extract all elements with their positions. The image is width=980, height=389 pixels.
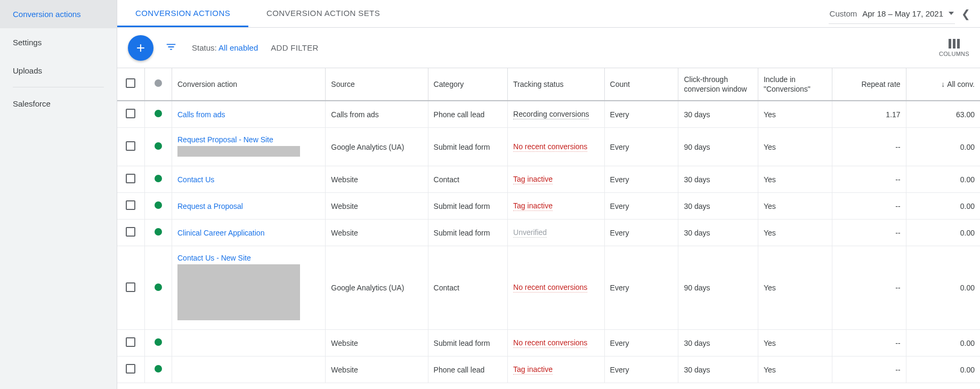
row-checkbox[interactable] [126, 109, 135, 118]
cell-include: Yes [758, 220, 832, 246]
col-header-source[interactable]: Source [326, 68, 428, 101]
cell-repeat: -- [832, 330, 906, 356]
cell-name [172, 330, 326, 356]
conversion-name-link[interactable]: Request a Proposal [177, 202, 243, 210]
cell-allconv: 0.00 [906, 356, 980, 383]
cell-source: Website [326, 220, 428, 246]
conversion-name-link[interactable]: Contact Us [177, 175, 214, 184]
cell-source: Google Analytics (UA) [326, 246, 428, 330]
chevron-down-icon[interactable] [949, 12, 954, 15]
status-filter[interactable]: Status: All enabled [192, 43, 258, 52]
tabs-row: CONVERSION ACTIONSCONVERSION ACTION SETS… [117, 0, 980, 28]
cell-count: Every [604, 330, 678, 356]
table-row: Calls from adsCalls from adsPhone call l… [117, 101, 980, 128]
cell-window: 30 days [678, 330, 758, 356]
col-header-all-conv[interactable]: ↓All conv. [906, 68, 980, 101]
sidebar: Conversion actionsSettingsUploadsSalesfo… [0, 0, 117, 389]
cell-repeat: -- [832, 356, 906, 383]
conversion-name-link[interactable]: Calls from ads [177, 110, 225, 119]
cell-name: Request Proposal - New Site [172, 128, 326, 166]
cell-repeat: -- [832, 220, 906, 246]
cell-include: Yes [758, 330, 832, 356]
cell-allconv: 0.00 [906, 166, 980, 193]
tab-conversion-actions[interactable]: CONVERSION ACTIONS [117, 0, 248, 27]
cell-allconv: 0.00 [906, 128, 980, 166]
cell-allconv: 0.00 [906, 330, 980, 356]
table-row: WebsiteSubmit lead formNo recent convers… [117, 330, 980, 356]
cell-category: Submit lead form [428, 128, 508, 166]
status-dot[interactable] [155, 365, 162, 372]
row-checkbox[interactable] [126, 364, 135, 374]
cell-name: Contact Us [172, 166, 326, 193]
row-checkbox[interactable] [126, 141, 135, 151]
cell-window: 30 days [678, 356, 758, 383]
table-row: Contact UsWebsiteContactTag inactiveEver… [117, 166, 980, 193]
conversion-name-link[interactable]: Contact Us - New Site [177, 254, 251, 262]
add-conversion-button[interactable]: + [128, 35, 153, 61]
status-prefix: Status: [192, 43, 218, 52]
cell-count: Every [604, 220, 678, 246]
col-header-category[interactable]: Category [428, 68, 508, 101]
col-header-repeat-rate[interactable]: Repeat rate [832, 68, 906, 101]
tabs: CONVERSION ACTIONSCONVERSION ACTION SETS [117, 0, 398, 27]
date-range-value: Apr 18 – May 17, 2021 [862, 9, 943, 18]
cell-tracking: Tag inactive [508, 356, 605, 383]
sidebar-item-uploads[interactable]: Uploads [0, 56, 117, 85]
cell-count: Every [604, 246, 678, 330]
filter-icon[interactable] [165, 41, 177, 54]
cell-category: Submit lead form [428, 193, 508, 220]
status-dot[interactable] [155, 228, 162, 236]
row-checkbox[interactable] [126, 174, 135, 183]
sidebar-item-salesforce[interactable]: Salesforce [0, 90, 117, 118]
redacted-block [177, 264, 300, 320]
cell-window: 90 days [678, 246, 758, 330]
cell-source: Website [326, 193, 428, 220]
row-checkbox[interactable] [126, 337, 135, 347]
sidebar-item-conversion-actions[interactable]: Conversion actions [0, 0, 117, 28]
sidebar-item-settings[interactable]: Settings [0, 28, 117, 56]
conversion-name-link[interactable]: Clinical Career Application [177, 229, 264, 237]
cell-include: Yes [758, 166, 832, 193]
date-range-picker[interactable]: Custom Apr 18 – May 17, 2021 [829, 4, 955, 24]
date-prev-icon[interactable]: ❮ [955, 7, 974, 20]
columns-label: COLUMNS [939, 51, 969, 57]
col-header-click-window[interactable]: Click-through conversion window [678, 68, 758, 101]
status-dot[interactable] [155, 338, 162, 346]
columns-button[interactable]: COLUMNS [939, 39, 969, 57]
cell-count: Every [604, 128, 678, 166]
add-filter-button[interactable]: ADD FILTER [271, 43, 318, 52]
status-dot[interactable] [155, 283, 162, 291]
cell-repeat: -- [832, 128, 906, 166]
status-header-dot[interactable] [155, 79, 162, 87]
col-header-conversion-action[interactable]: Conversion action [172, 68, 326, 101]
col-header-count[interactable]: Count [604, 68, 678, 101]
cell-count: Every [604, 101, 678, 128]
cell-tracking: Recording conversions [508, 101, 605, 128]
cell-name: Clinical Career Application [172, 220, 326, 246]
status-dot[interactable] [155, 142, 162, 150]
cell-name: Contact Us - New Site [172, 246, 326, 330]
tab-conversion-action-sets[interactable]: CONVERSION ACTION SETS [248, 0, 398, 27]
cell-name [172, 356, 326, 383]
cell-tracking: No recent conversions [508, 246, 605, 330]
col-header-include[interactable]: Include in "Conversions" [758, 68, 832, 101]
row-checkbox[interactable] [126, 282, 135, 292]
status-dot[interactable] [155, 175, 162, 182]
columns-icon [949, 39, 960, 48]
cell-include: Yes [758, 356, 832, 383]
filter-bar: + Status: All enabled ADD FILTER COLUMNS [117, 28, 980, 68]
plus-icon: + [136, 40, 145, 55]
row-checkbox[interactable] [126, 200, 135, 210]
status-dot[interactable] [155, 201, 162, 209]
cell-tracking: Unverified [508, 220, 605, 246]
row-checkbox[interactable] [126, 227, 135, 237]
select-all-checkbox[interactable] [126, 78, 135, 88]
cell-allconv: 0.00 [906, 193, 980, 220]
col-header-tracking-status[interactable]: Tracking status [508, 68, 605, 101]
conversion-name-link[interactable]: Request Proposal - New Site [177, 135, 273, 144]
status-dot[interactable] [155, 110, 162, 117]
cell-source: Calls from ads [326, 101, 428, 128]
cell-name: Request a Proposal [172, 193, 326, 220]
cell-allconv: 0.00 [906, 220, 980, 246]
cell-name: Calls from ads [172, 101, 326, 128]
